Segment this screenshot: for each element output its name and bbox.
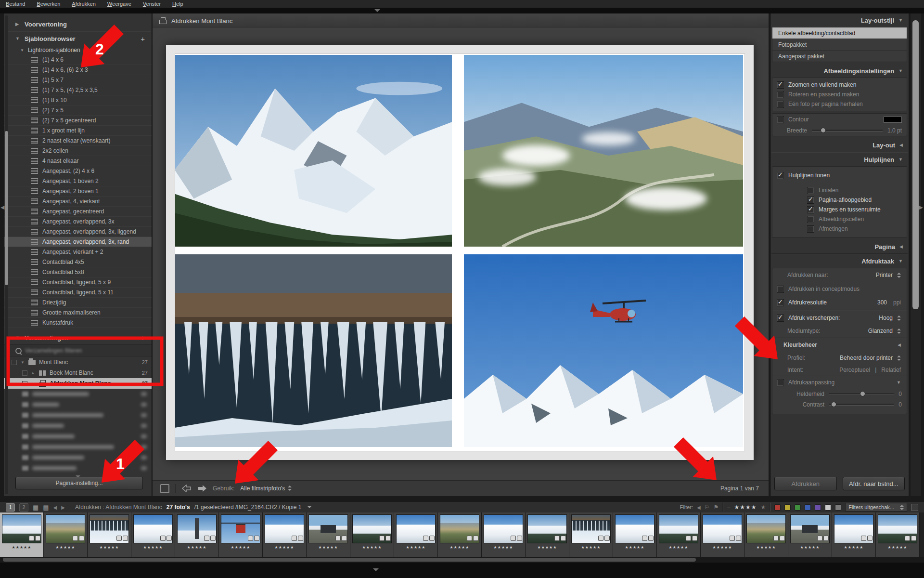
menu-help[interactable]: Help [172,1,183,7]
collection-item[interactable]: ▸ Afdrukken Mont Blanc 27 [4,378,152,389]
checkbox[interactable] [807,206,814,213]
template-item[interactable]: Aangepast, overlappend, 3x, rand [4,237,152,247]
thumbnail-rating[interactable]: ★★★★★ [307,545,350,550]
contrast-slider[interactable] [829,404,894,406]
redacted-collection-item[interactable] [4,389,152,399]
menu-bewerken[interactable]: Bewerken [37,1,60,7]
menu-bestand[interactable]: Bestand [6,1,25,7]
filmstrip-thumbnail[interactable]: ★★★★★ [0,512,44,557]
brightness-slider[interactable] [829,393,894,395]
filmstrip-thumbnail[interactable]: ★★★★★ [569,512,613,557]
guide-option-row[interactable]: Marges en tussenruimte [772,205,907,214]
redacted-collection-item[interactable] [4,410,152,420]
filmstrip-thumbnail[interactable]: ★★★★★ [44,512,88,557]
filmstrip-thumbnail[interactable]: ★★★★★ [482,512,526,557]
template-item[interactable]: Aangepast, gecentreerd [4,207,152,217]
template-item[interactable]: Contactblad 5x8 [4,267,152,277]
preview-section-header[interactable]: ▶ Voorvertoning [4,17,152,31]
next-photo-icon[interactable]: ▶ [61,505,65,510]
thumbnail-rating[interactable]: ★★★★★ [263,545,306,550]
template-item[interactable]: Aangepast, 1 boven 2 [4,176,152,186]
top-panel-collapse-icon[interactable] [374,9,380,12]
filmstrip-thumbnail[interactable]: ★★★★★ [263,512,307,557]
filter-collapse-icon[interactable]: ◀ [697,505,701,510]
flag-pick-icon[interactable]: ⚐ [705,504,710,511]
template-item[interactable]: Aangepast, overlappend, 3x [4,217,152,227]
bottom-panel-collapse-icon[interactable] [373,568,379,571]
collection-checkbox[interactable] [22,381,27,386]
thumbnail-rating[interactable]: ★★★★★ [44,545,87,550]
thumbnail-rating[interactable]: ★★★★★ [657,545,700,550]
menu-afdrukken[interactable]: Afdrukken [72,1,96,7]
redacted-collection-item[interactable] [4,420,152,431]
filmstrip-thumbnail[interactable]: ★★★★★ [876,512,920,557]
resolution-row[interactable]: Afdrukresolutie 300 ppi [772,296,907,309]
filmstrip-thumbnail[interactable]: ★★★★★ [788,512,832,557]
template-item[interactable]: Aangepast, 4, vierkant [4,197,152,207]
color-filter-yellow[interactable] [784,504,791,511]
print-to-dropdown[interactable]: Printer [876,272,893,278]
window-secondary-button[interactable]: 2 [19,503,28,512]
thumbnail-rating[interactable]: ★★★★★ [219,545,262,550]
color-filter-white[interactable] [825,504,831,511]
template-item[interactable]: Grootte maximaliseren [4,308,152,318]
color-filter-green[interactable] [795,504,801,511]
checkbox[interactable] [777,172,784,179]
left-panel-collapse-icon[interactable]: ◀ [0,204,4,210]
sharpen-row[interactable]: Afdruk verscherpen: Hoog [772,312,907,324]
guide-option-row[interactable]: Pagina-afloopgebied [772,195,907,205]
layout-style-header[interactable]: Lay-outstijl ▼ [770,13,909,27]
contour-checkbox[interactable] [777,116,784,123]
flag-reject-icon[interactable]: ⚑ [714,504,719,511]
previous-photo-icon[interactable]: ◀ [53,505,57,510]
sharpen-dropdown[interactable]: Hoog [879,315,893,321]
template-item[interactable]: Aangepast, 2 boven 1 [4,186,152,197]
thumbnail-rating[interactable]: ★★★★★ [701,545,744,550]
media-type-dropdown[interactable]: Glanzend [868,328,893,334]
thumbnail-rating[interactable]: ★★★★★ [394,545,437,550]
resolution-checkbox[interactable] [777,299,784,306]
filmstrip-scrollbar[interactable] [0,557,924,563]
filmstrip-thumbnail[interactable]: ★★★★★ [88,512,131,557]
collection-item[interactable]: ▼ Mont Blanc 27 [4,357,152,368]
template-item[interactable]: (1) 7 x 5, (4) 2,5 x 3,5 [4,85,152,95]
sharpen-checkbox[interactable] [777,315,784,322]
template-browser-header[interactable]: ▼ Sjabloonbrowser + [4,32,152,45]
chevron-down-icon[interactable] [308,506,311,508]
template-item[interactable]: 4 naast elkaar [4,156,152,166]
collections-header[interactable]: ▼ Verzamelingen − + [4,331,152,344]
filmstrip-thumbnail[interactable]: ★★★★★ [657,512,701,557]
thumbnail-rating[interactable]: ★★★★★ [526,545,569,550]
use-dropdown[interactable]: Alle filmstripfoto's [240,485,292,492]
show-guides-row[interactable]: Hulplijnen tonen [772,169,907,182]
breadcrumb[interactable]: Afdrukken : Afdrukken Mont Blanc [75,504,162,511]
collection-item[interactable]: ▸ Boek Mont Blanc 27 [4,368,152,378]
window-primary-button[interactable]: 1 [6,503,15,512]
filmstrip-thumbnail[interactable]: ★★★★★ [175,512,219,557]
thumbnail-rating[interactable]: ★★★★★ [876,545,919,550]
template-item[interactable]: (2) 7 x 5 gecentreerd [4,116,152,126]
contour-color-swatch[interactable] [884,117,902,123]
color-management-header[interactable]: Kleurbeheer ◀ [772,338,907,352]
previous-page-icon[interactable] [182,485,192,492]
guide-option-row[interactable]: Afbeeldingscellen [772,214,907,224]
grid-view-icon[interactable]: ▦ [33,504,38,511]
checkbox[interactable] [807,225,814,233]
image-setting-row[interactable]: Roteren en passend maken [772,90,907,99]
checkbox[interactable] [777,101,784,108]
color-filter-purple[interactable] [815,504,821,511]
resolution-value[interactable]: 300 [877,299,887,306]
template-item[interactable]: Contactblad, liggend, 5 x 11 [4,288,152,298]
layout-style-option[interactable]: Enkele afbeelding/contactblad [772,27,907,39]
thumbnail-rating[interactable]: ★★★★★ [0,545,43,550]
checkbox[interactable] [807,216,814,223]
checkbox[interactable] [777,81,784,89]
disclosure-icon[interactable]: ▸ [31,371,36,375]
filmstrip-thumbnail[interactable]: ★★★★★ [613,512,657,557]
page-section-header[interactable]: Pagina ◀ [770,240,909,253]
template-group-lightroom[interactable]: ▼ Lightroom-sjablonen [4,45,152,55]
profile-dropdown[interactable]: Beheerd door printer [840,355,893,361]
template-item[interactable]: 2 naast elkaar (wenskaart) [4,136,152,146]
slider-knob[interactable] [831,402,836,407]
next-page-icon[interactable] [197,485,207,492]
